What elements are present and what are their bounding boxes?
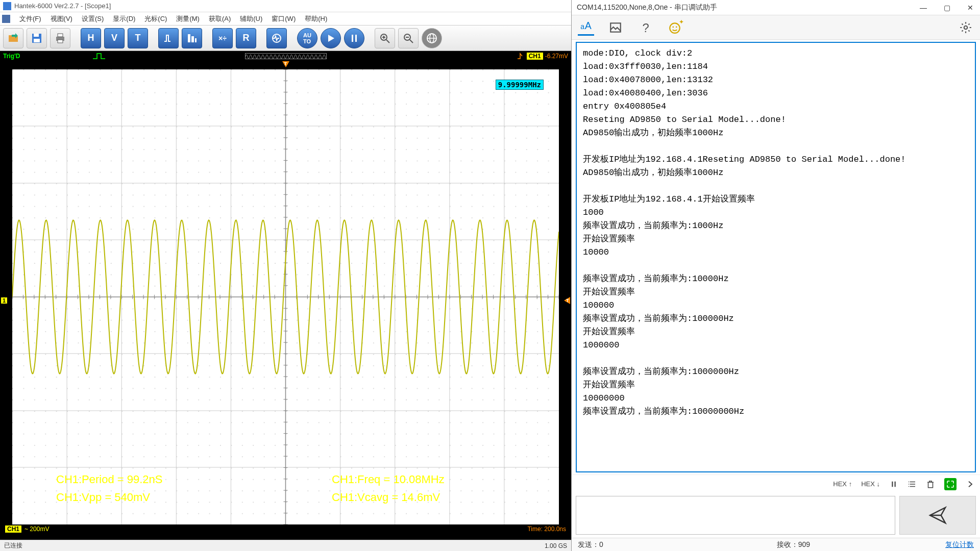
print-button[interactable]: [50, 28, 70, 48]
scope-submenu-icon: [2, 15, 10, 23]
frequency-display: 9.99999MHz: [496, 80, 544, 90]
horizontal-button[interactable]: H: [81, 28, 101, 48]
menu-settings[interactable]: 设置(S): [80, 13, 106, 24]
svg-rect-1: [34, 34, 39, 37]
svg-point-146: [909, 481, 910, 482]
svg-rect-2: [34, 39, 40, 42]
globe-button[interactable]: [422, 28, 442, 48]
svg-rect-141: [892, 481, 893, 487]
scope-toolbar: H V T ×÷ R AUTO: [0, 26, 571, 51]
window-minimize-button[interactable]: —: [919, 4, 928, 12]
tx-count: 发送：0: [578, 540, 603, 549]
trigger-level-marker[interactable]: T: [564, 297, 570, 304]
scope-title: Hantek-6000 Ver2.2.7 - [Scope1]: [14, 2, 111, 10]
measurement-freq: CH1:Freq = 10.08MHz: [332, 473, 445, 486]
svg-rect-11: [355, 35, 357, 42]
zoom-out-button[interactable]: [398, 28, 419, 48]
serial-action-row: HEX ↑ HEX ↓: [572, 474, 980, 493]
menu-file[interactable]: 文件(F): [17, 13, 43, 24]
save-button[interactable]: [27, 28, 47, 48]
svg-text:?: ?: [643, 21, 649, 34]
serial-debug-app: COM14,115200,None,8,One - 串口调试助手 — ▢ ✕ a…: [572, 0, 980, 551]
footer-timebase: Time: 200.0ns: [527, 525, 566, 533]
svg-text:a: a: [580, 22, 584, 31]
window-maximize-button[interactable]: ▢: [942, 4, 951, 12]
scope-menubar: 文件(F) 视图(V) 设置(S) 显示(D) 光标(C) 测量(M) 获取(A…: [0, 12, 571, 26]
svg-rect-8: [195, 38, 197, 42]
serial-terminal[interactable]: mode:DIO, clock div:2 load:0x3fff0030,le…: [576, 42, 976, 472]
waveform-overview[interactable]: [245, 53, 327, 59]
svg-rect-10: [352, 35, 353, 42]
connection-status: 已连接: [4, 541, 22, 550]
help-button[interactable]: ?: [637, 19, 653, 36]
hex-up-button[interactable]: HEX ↑: [833, 480, 852, 488]
svg-line-17: [410, 40, 413, 43]
scope-info-bar: Trig'D CH1 -6.27mV: [0, 51, 571, 61]
emoji-button[interactable]: ✦: [667, 19, 683, 36]
footer-channel-badge: CH1: [5, 525, 21, 533]
menu-measure[interactable]: 测量(M): [174, 13, 202, 24]
scope-titlebar: Hantek-6000 Ver2.2.7 - [Scope1]: [0, 0, 571, 12]
oscilloscope-app: Hantek-6000 Ver2.2.7 - [Scope1] 文件(F) 视图…: [0, 0, 572, 551]
scope-grid[interactable]: 9.99999MHz: [12, 69, 559, 524]
ref-button[interactable]: R: [236, 28, 256, 48]
measurement-vpp: CH1:Vpp = 540mV: [56, 491, 150, 504]
menu-help[interactable]: 帮助(H): [303, 13, 329, 24]
auto-button[interactable]: AUTO: [297, 28, 317, 48]
clear-button[interactable]: [926, 480, 935, 489]
app-icon: [3, 2, 11, 10]
svg-point-147: [909, 484, 910, 485]
menu-window[interactable]: 窗口(W): [270, 13, 298, 24]
serial-titlebar: COM14,115200,None,8,One - 串口调试助手 — ▢ ✕: [572, 0, 980, 15]
math-button[interactable]: ×÷: [212, 28, 233, 48]
fft-button[interactable]: [266, 28, 287, 48]
time-marker-rail: T: [0, 61, 571, 69]
trigger-button[interactable]: T: [128, 28, 148, 48]
open-button[interactable]: [3, 28, 23, 48]
menu-cursor[interactable]: 光标(C): [142, 13, 169, 24]
cursor-tool-button[interactable]: [158, 28, 179, 48]
trigger-edge-icon: [517, 53, 525, 60]
svg-rect-7: [191, 36, 194, 42]
svg-point-138: [672, 26, 674, 28]
sample-rate: 1.00 GS: [545, 542, 567, 549]
svg-line-13: [386, 40, 389, 43]
run-button[interactable]: [321, 28, 341, 48]
serial-input[interactable]: [576, 496, 895, 535]
pulse-icon: [92, 53, 112, 60]
expand-button[interactable]: [944, 478, 957, 490]
pause-receive-button[interactable]: [889, 480, 898, 489]
serial-input-row: [572, 493, 980, 538]
text-mode-button[interactable]: aA: [578, 19, 594, 36]
trigger-channel-badge: CH1: [527, 53, 543, 60]
svg-rect-6: [188, 34, 190, 42]
window-close-button[interactable]: ✕: [966, 4, 975, 12]
send-button[interactable]: [899, 496, 976, 535]
svg-rect-142: [895, 481, 896, 487]
svg-point-137: [670, 23, 680, 33]
trigger-time-marker[interactable]: T: [282, 61, 289, 67]
menu-acquire[interactable]: 获取(A): [207, 13, 233, 24]
scope-display: T 1 T: [0, 61, 571, 540]
trigger-offset: -6.27mV: [545, 53, 568, 60]
svg-text:A: A: [585, 20, 592, 31]
serial-title: COM14,115200,None,8,One - 串口调试助手: [577, 3, 717, 12]
svg-rect-4: [58, 34, 63, 37]
channel-1-marker[interactable]: 1: [1, 297, 7, 304]
pause-button[interactable]: [344, 28, 364, 48]
scope-statusbar: 已连接 1.00 GS: [0, 540, 571, 551]
reset-counter-link[interactable]: 复位计数: [945, 540, 974, 549]
vertical-button[interactable]: V: [104, 28, 125, 48]
menu-aux[interactable]: 辅助(U): [238, 13, 264, 24]
settings-button[interactable]: [958, 19, 974, 36]
menu-view[interactable]: 视图(V): [48, 13, 75, 24]
svg-point-148: [909, 486, 910, 487]
trigger-status: Trig'D: [3, 53, 20, 60]
image-mode-button[interactable]: [607, 19, 624, 36]
menu-display[interactable]: 显示(D): [111, 13, 137, 24]
forward-button[interactable]: [966, 480, 975, 489]
measure-tool-button[interactable]: [182, 28, 202, 48]
hex-down-button[interactable]: HEX ↓: [861, 480, 880, 488]
zoom-in-button[interactable]: [375, 28, 395, 48]
list-button[interactable]: [908, 480, 917, 489]
